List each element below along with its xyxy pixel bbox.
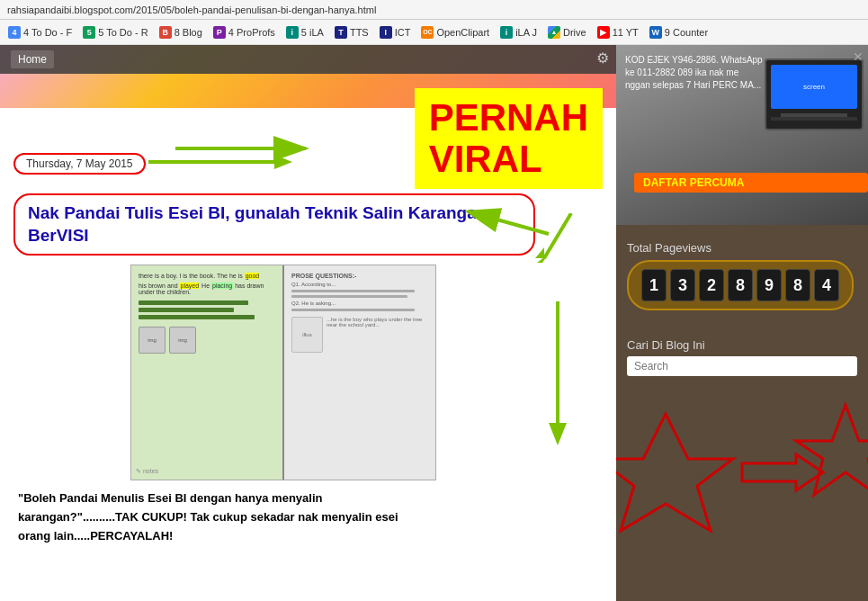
bookmark-blog[interactable]: B 8 Blog	[155, 24, 207, 40]
blog-post-area: Thursday, 7 May 2015 Nak Pandai Tulis Es…	[0, 144, 616, 555]
bookmark-counter[interactable]: W 9 Counter	[645, 24, 712, 40]
page-content: Home ⚙ Thursday, 7 May 2015 Nak Pandai T…	[0, 45, 868, 601]
pageviews-label: Total Pageviews	[627, 241, 857, 255]
sidebar-ad-laptop: screen	[765, 58, 864, 130]
bookmark-todo4[interactable]: 4 4 To Do - F	[4, 24, 76, 40]
bookmark-openclipart[interactable]: OC OpenClipart	[416, 24, 494, 40]
counter-digit-5: 9	[756, 269, 782, 301]
bookmark-icon-blog: B	[159, 26, 172, 39]
nav-home[interactable]: Home	[11, 50, 54, 68]
gear-icon[interactable]: ⚙	[596, 49, 609, 67]
bookmark-tts[interactable]: T TTS	[330, 24, 373, 40]
post-body-line2: karangan?"..........TAK CUKUP! Tak cukup…	[18, 508, 598, 527]
pageviews-counter: 1 3 2 8 9 8 4	[627, 260, 854, 310]
bookmark-todo5[interactable]: 5 5 To Do - R	[78, 24, 152, 40]
bookmark-label-proprofs: 4 ProProfs	[228, 27, 275, 38]
svg-line-2	[544, 213, 571, 258]
counter-digit-6: 8	[785, 269, 810, 301]
book-left-page: there is a boy. I is the book. The he is…	[131, 265, 284, 480]
bookmark-icon-todo5: 5	[83, 26, 95, 39]
bookmark-label-ict: ICT	[395, 27, 411, 38]
counter-digit-4: 8	[728, 269, 753, 301]
bookmark-icon-proprofs: P	[213, 26, 226, 39]
search-section: Cari Di Blog Ini	[616, 331, 868, 383]
bookmark-ilaj[interactable]: i iLA J	[496, 24, 541, 40]
post-body-line1: "Boleh Pandai Menulis Esei BI dengan han…	[18, 489, 598, 508]
percuma-label: PERCUMA	[686, 176, 744, 189]
svg-marker-5	[616, 414, 733, 531]
bookmark-icon-todo4: 4	[8, 26, 21, 39]
bookmark-icon-drive: ▲	[548, 26, 560, 39]
viral-text-line2: VIRAL	[429, 139, 588, 180]
bookmark-label-ilaj: iLA J	[515, 27, 537, 38]
post-date: Thursday, 7 May 2015	[13, 153, 146, 175]
svg-marker-7	[796, 405, 868, 495]
nav-bar: Home ⚙	[0, 45, 616, 74]
bookmark-ict[interactable]: I ICT	[375, 24, 416, 40]
bookmarks-bar: 4 4 To Do - F 5 5 To Do - R B 8 Blog P 4…	[0, 20, 868, 45]
sidebar: screen KOD EJEK Y946-2886. WhatsApp ke 0…	[616, 45, 868, 601]
bookmark-label-todo4: 4 To Do - F	[23, 27, 72, 38]
bookmark-icon-ila: i	[286, 26, 299, 39]
pageviews-section: Total Pageviews 1 3 2 8 9 8 4	[616, 234, 868, 318]
green-arrow-annotation	[148, 144, 292, 180]
bookmark-icon-openclipart: OC	[421, 26, 434, 39]
bookmark-label-tts: TTS	[350, 27, 369, 38]
daftar-percuma-button[interactable]: DAFTAR PERCUMA	[634, 173, 868, 193]
main-blog-area: Home ⚙ Thursday, 7 May 2015 Nak Pandai T…	[0, 45, 616, 601]
post-title: Nak Pandai Tulis Esei BI, gunalah Teknik…	[13, 193, 535, 256]
bookmark-label-yt: 11 YT	[613, 27, 639, 38]
bookmark-icon-counter: W	[649, 26, 662, 39]
bookmark-yt[interactable]: ▶ 11 YT	[593, 24, 643, 40]
svg-marker-1	[274, 155, 292, 169]
bookmark-label-drive: Drive	[563, 27, 586, 38]
viral-text-line1: PERNAH	[429, 97, 588, 139]
search-label: Cari Di Blog Ini	[627, 338, 857, 352]
bookmark-proprofs[interactable]: P 4 ProProfs	[209, 24, 280, 40]
svg-marker-3	[535, 247, 544, 258]
daftar-label: DAFTAR	[643, 176, 686, 189]
viral-box: PERNAH VIRAL	[415, 88, 603, 189]
svg-marker-6	[742, 454, 823, 490]
bookmark-label-todo5: 5 To Do - R	[98, 27, 148, 38]
book-image: there is a boy. I is the book. The he is…	[130, 265, 436, 480]
bookmark-label-ila: 5 iLA	[301, 27, 324, 38]
sidebar-ad: screen KOD EJEK Y946-2886. WhatsApp ke 0…	[616, 45, 868, 225]
post-body-text: "Boleh Pandai Menulis Esei BI dengan han…	[13, 489, 603, 545]
bookmark-label-counter: 9 Counter	[665, 27, 708, 38]
book-image-container: there is a boy. I is the book. The he is…	[130, 265, 603, 480]
counter-digit-3: 2	[699, 269, 724, 301]
counter-digit-7: 4	[814, 269, 839, 301]
svg-marker-4	[537, 254, 549, 263]
sidebar-ad-text: KOD EJEK Y946-2886. WhatsApp ke 011-2882…	[625, 54, 765, 92]
counter-digit-1: 1	[641, 269, 667, 301]
bookmark-drive[interactable]: ▲ Drive	[543, 24, 591, 40]
search-input[interactable]	[627, 356, 857, 376]
post-body-line3: orang lain.....PERCAYALAH!	[18, 527, 598, 546]
bookmark-icon-yt: ▶	[597, 26, 610, 39]
url-text: rahsiapandaibi.blogspot.com/2015/05/bole…	[7, 4, 376, 15]
bookmark-label-blog: 8 Blog	[174, 27, 202, 38]
book-right-page: PROSE QUESTIONS:- Q1. According to... Q2…	[284, 265, 435, 480]
red-star-decoration	[616, 387, 868, 567]
bookmark-label-openclipart: OpenClipart	[436, 27, 489, 38]
bookmark-ila[interactable]: i 5 iLA	[282, 24, 328, 40]
bookmark-icon-tts: T	[335, 26, 347, 39]
close-icon[interactable]: ✕	[853, 49, 864, 64]
bookmark-icon-ict: I	[380, 26, 392, 39]
url-bar[interactable]: rahsiapandaibi.blogspot.com/2015/05/bole…	[0, 0, 868, 20]
bookmark-icon-ilaj: i	[500, 26, 513, 39]
counter-digit-2: 3	[670, 269, 695, 301]
